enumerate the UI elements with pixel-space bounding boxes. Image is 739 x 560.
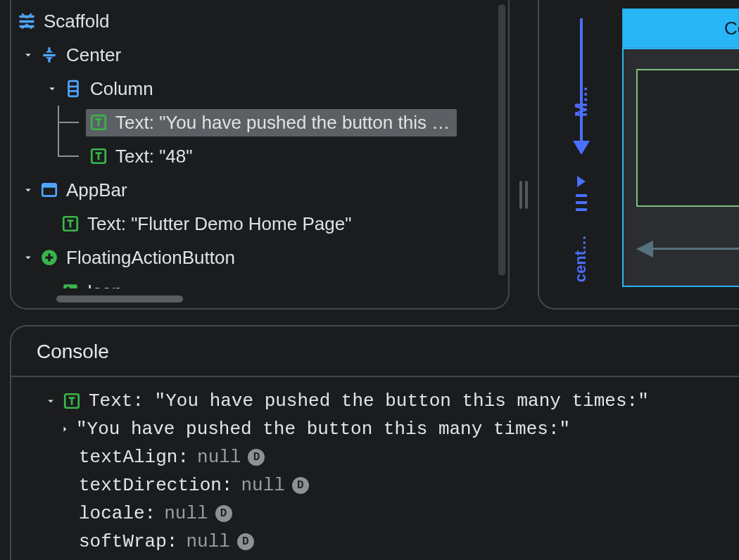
text-icon — [89, 113, 108, 132]
text-icon — [61, 214, 80, 234]
layout-box-inner[interactable] — [636, 69, 739, 207]
prop-name: textAlign: — [79, 447, 189, 468]
console-title: Console — [11, 326, 739, 376]
prop-value: null — [186, 531, 229, 552]
console-row-prop[interactable]: textAlign: null D — [42, 443, 739, 471]
tree-connector — [52, 106, 86, 139]
tree-label: Icon — [87, 281, 122, 289]
plus-circle-icon — [39, 248, 59, 267]
prop-value: null — [241, 475, 284, 496]
appbar-icon — [39, 180, 59, 200]
image-icon — [61, 281, 80, 288]
prop-value: null — [197, 447, 241, 468]
console-row-prop[interactable]: locale: null D — [42, 499, 739, 528]
console-header-text: Text: "You have pushed the button this m… — [89, 390, 649, 412]
chevron-down-icon[interactable] — [20, 249, 37, 266]
splitter-grip-icon — [519, 181, 528, 209]
tree-node-appbar-text[interactable]: Text: "Flutter Demo Home Page" — [17, 207, 493, 241]
center-icon — [39, 45, 59, 65]
axis-label-center: cent… — [571, 235, 590, 282]
arrow-left-icon — [636, 241, 739, 257]
console-row-prop[interactable]: softWrap: null D — [42, 528, 739, 556]
console-body[interactable]: Text: "You have pushed the button this m… — [11, 376, 739, 556]
default-badge: D — [248, 449, 265, 466]
tree-node-column[interactable]: Column — [17, 72, 493, 106]
tree-label: Text: "48" — [115, 146, 193, 167]
layout-box-outer[interactable] — [622, 48, 739, 287]
tree-label: Text: "Flutter Demo Home Page" — [87, 213, 351, 235]
text-icon — [89, 146, 108, 166]
vertical-scrollbar[interactable] — [498, 4, 505, 276]
panel-splitter[interactable] — [518, 0, 529, 312]
layout-column-label: Colu — [724, 18, 739, 39]
horizontal-scrollbar[interactable] — [56, 295, 183, 303]
chevron-down-icon[interactable] — [20, 182, 37, 198]
tree-node-fab[interactable]: FloatingActionButton — [17, 241, 493, 274]
tree-label: Text: "You have pushed the button this … — [115, 112, 450, 134]
tree-node-scaffold[interactable]: Scaffold — [17, 4, 493, 38]
chevron-down-icon[interactable] — [20, 46, 37, 63]
console-panel: Console Text: "You have pushed the butto… — [10, 325, 739, 560]
prop-name: softWrap: — [79, 531, 177, 552]
layout-explorer-panel: M… cent… Colu — [538, 0, 739, 310]
console-string-value: "You have pushed the button this many ti… — [76, 419, 570, 440]
default-badge: D — [215, 505, 232, 522]
prop-name: textDirection: — [79, 475, 232, 496]
scaffold-icon — [17, 11, 37, 31]
play-icon — [577, 176, 586, 187]
axis-label-main: M… — [571, 86, 591, 117]
default-badge: D — [292, 477, 309, 494]
tree-node-text-2[interactable]: Text: "48" — [17, 139, 493, 173]
column-icon — [63, 79, 83, 98]
text-icon — [62, 391, 82, 411]
chevron-down-icon[interactable] — [44, 80, 61, 97]
prop-value: null — [164, 503, 208, 524]
tree-node-center[interactable]: Center — [17, 38, 493, 72]
tree-label: AppBar — [66, 179, 127, 201]
widget-tree-scroll[interactable]: Scaffold Center Column — [11, 0, 498, 288]
tree-node-icon[interactable]: Icon — [17, 274, 493, 288]
default-badge: D — [237, 533, 254, 550]
console-row-string[interactable]: "You have pushed the button this many ti… — [42, 415, 739, 443]
tree-connector — [52, 139, 86, 173]
console-row-prop[interactable]: textDirection: null D — [42, 471, 739, 499]
tree-label: FloatingActionButton — [66, 247, 235, 269]
tree-label: Scaffold — [44, 11, 109, 32]
console-row-header[interactable]: Text: "You have pushed the button this m… — [42, 387, 739, 415]
prop-name: locale: — [79, 503, 156, 524]
main-axis-strip: M… cent… — [571, 10, 591, 291]
chevron-down-icon[interactable] — [42, 393, 59, 409]
widget-tree-panel: Scaffold Center Column — [10, 0, 510, 310]
tree-label: Center — [66, 44, 121, 66]
tree-node-appbar[interactable]: AppBar — [17, 173, 493, 207]
chevron-right-icon[interactable] — [56, 421, 73, 438]
tree-node-text-1[interactable]: Text: "You have pushed the button this … — [17, 106, 493, 139]
layout-column-header[interactable]: Colu — [622, 8, 739, 48]
tree-label: Column — [90, 78, 153, 100]
axis-dashes-icon — [573, 194, 590, 236]
